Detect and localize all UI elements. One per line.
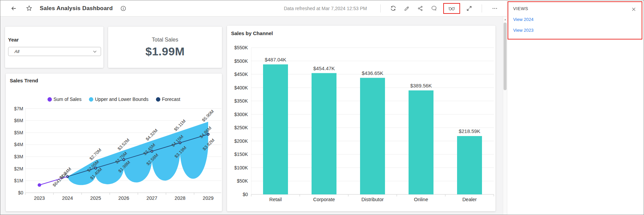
glasses-icon (448, 5, 455, 12)
kpi-label: Total Sales (108, 37, 222, 43)
scrollbar-thumb[interactable] (504, 23, 507, 90)
x-axis-category-label: Retail (269, 197, 282, 202)
y-axis-tick-label: $350K (234, 98, 248, 104)
pencil-icon (404, 5, 410, 11)
y-axis-tick-label: $0 (243, 192, 248, 197)
x-axis-category-label: Corporate (313, 197, 335, 202)
year-dropdown-value: All (14, 49, 92, 54)
legend-dot-icon (89, 97, 93, 102)
sales-by-channel-card: Sales by Channel $0$50K$100K$150K$200K$2… (227, 26, 495, 211)
comment-button[interactable] (429, 4, 439, 13)
legend-item[interactable]: Upper and Lower Bounds (89, 97, 149, 102)
header-bar: Sales Analysis Dashboard Data refreshed … (0, 0, 507, 17)
x-axis-tick-label: 2024 (62, 195, 73, 201)
comment-icon (431, 5, 437, 11)
bar-value-label: $436.65K (362, 70, 383, 76)
y-axis-tick-label: $100K (234, 165, 248, 170)
bar-value-label: $218.59K (459, 128, 480, 134)
chevron-down-icon (92, 49, 97, 54)
legend-item[interactable]: Forecast (156, 97, 180, 102)
x-axis-tick-label: 2026 (118, 195, 129, 201)
year-filter-label: Year (8, 37, 101, 43)
legend-label: Sum of Sales (54, 97, 82, 102)
share-icon (417, 5, 423, 11)
y-axis-tick-label: $6M (14, 118, 23, 123)
forecast-point-center (208, 134, 209, 135)
y-axis-tick-label: $3M (14, 154, 23, 159)
bar-dealer[interactable] (457, 136, 482, 194)
y-axis-tick-label: $50K (237, 178, 248, 184)
bounds-band-area[interactable] (68, 122, 208, 185)
app-window: Sales Analysis Dashboard Data refreshed … (0, 0, 644, 215)
share-button[interactable] (416, 4, 425, 13)
y-axis-tick-label: $1M (14, 178, 23, 183)
info-button[interactable] (119, 4, 128, 13)
y-axis-tick-label: $450K (234, 72, 248, 77)
y-axis-tick-label: $200K (234, 138, 248, 144)
fullscreen-button[interactable] (465, 4, 474, 13)
x-axis-tick-label: 2027 (147, 195, 157, 201)
views-link-list: View 2024View 2023 (513, 17, 637, 33)
views-panel-title: VIEWS (513, 6, 637, 11)
sales-trend-legend: Sum of SalesUpper and Lower BoundsForeca… (6, 97, 222, 102)
star-icon (26, 5, 32, 11)
divider (380, 4, 381, 12)
y-axis-tick-label: $250K (234, 125, 248, 130)
legend-dot-icon (156, 97, 160, 102)
bar-distributor[interactable] (360, 78, 385, 194)
refresh-button[interactable] (389, 4, 398, 13)
total-sales-kpi-card: Total Sales $1.99M (108, 27, 222, 68)
legend-label: Forecast (162, 97, 180, 102)
x-axis-tick-label: 2029 (203, 195, 214, 201)
x-axis-tick-label: 2025 (90, 195, 101, 201)
highlight-box-views-panel: VIEWS View 2024View 2023 (508, 1, 642, 39)
more-dots-icon (491, 5, 498, 11)
bar-corporate[interactable] (312, 73, 336, 194)
favorite-star-button[interactable] (25, 4, 34, 13)
data-refreshed-text: Data refreshed at Mar 7,2024 12:53 PM (284, 6, 367, 11)
back-arrow-icon (10, 5, 17, 12)
y-axis-tick-label: $5M (14, 130, 23, 135)
x-axis-category-label: Dealer (462, 197, 477, 202)
legend-item[interactable]: Sum of Sales (47, 97, 82, 102)
views-close-button[interactable] (630, 5, 638, 13)
bar-retail[interactable] (263, 64, 288, 194)
views-panel: VIEWS View 2024View 2023 (507, 0, 644, 215)
expand-icon (466, 5, 472, 11)
forecast-point-center (180, 142, 181, 143)
legend-label: Upper and Lower Bounds (95, 97, 149, 102)
y-axis-tick-label: $7M (14, 106, 23, 111)
bar-value-label: $389.56K (410, 83, 432, 88)
refresh-icon (390, 5, 396, 11)
highlight-box-views-icon (443, 3, 460, 14)
sales-trend-chart: $0$1M$2M$3M$4M$5M$6M$7M20232024202520262… (6, 74, 222, 211)
year-dropdown[interactable]: All (8, 47, 101, 56)
kpi-value: $1.99M (108, 45, 222, 58)
views-button[interactable] (448, 5, 455, 12)
year-filter-card: Year All (5, 27, 103, 68)
sales-by-channel-chart: $0$50K$100K$150K$200K$250K$300K$350K$400… (227, 26, 495, 211)
y-axis-tick-label: $2M (14, 166, 23, 171)
x-axis-category-label: Distributor (361, 197, 384, 202)
bar-value-label: $454.47K (313, 65, 335, 71)
close-icon (631, 7, 636, 12)
view-link[interactable]: View 2024 (513, 17, 637, 22)
back-button[interactable] (9, 4, 19, 13)
y-axis-tick-label: $0 (18, 190, 23, 195)
y-axis-tick-label: $4M (14, 142, 23, 147)
y-axis-tick-label: $150K (234, 152, 248, 157)
sales-trend-card: Sales Trend Sum of SalesUpper and Lower … (6, 74, 222, 211)
bar-online[interactable] (409, 90, 433, 194)
page-title: Sales Analysis Dashboard (40, 5, 113, 12)
y-axis-tick-label: $400K (234, 85, 248, 90)
vertical-scrollbar[interactable]: ▲ (503, 17, 507, 215)
view-link[interactable]: View 2023 (513, 28, 637, 33)
scrollbar-up-arrow[interactable]: ▲ (503, 17, 507, 22)
forecast-point-center (123, 159, 124, 160)
sum-of-sales-point[interactable] (38, 183, 41, 187)
y-axis-tick-label: $550K (234, 45, 248, 50)
x-axis-tick-label: 2023 (34, 195, 45, 201)
edit-button[interactable] (402, 4, 411, 13)
more-options-button[interactable] (490, 4, 500, 13)
x-axis-category-label: Online (414, 197, 428, 202)
